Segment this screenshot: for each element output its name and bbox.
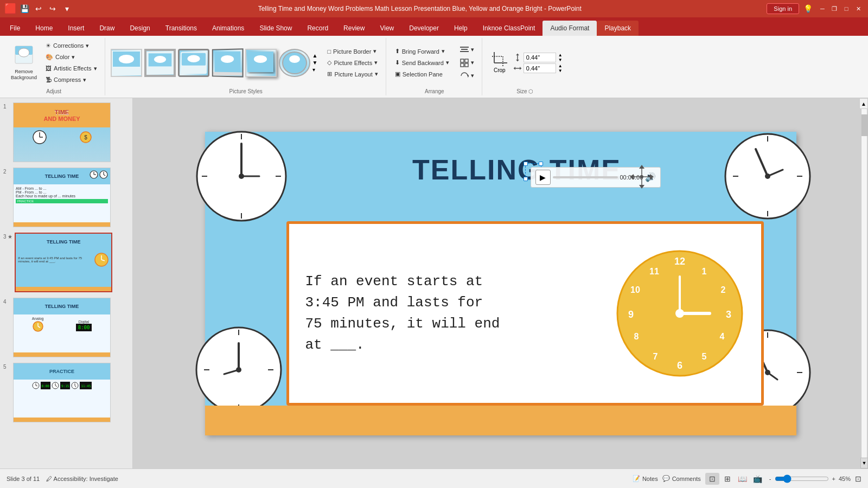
corrections-button[interactable]: ☀ Corrections ▾ [42, 41, 100, 51]
tab-slideshow[interactable]: Slide Show [252, 21, 299, 36]
slide-thumbnail-1[interactable]: 1 TIME AND MONEY $ [2, 101, 130, 163]
tab-record[interactable]: Record [299, 21, 336, 36]
slide-thumbnail-5[interactable]: 5 PRACTICE 8:00 9:15 11:45 [2, 362, 130, 423]
reading-view-button[interactable]: 📖 [736, 473, 750, 485]
tab-inknoe[interactable]: Inknoe ClassPoint [475, 21, 543, 36]
notes-section[interactable]: 📝 Notes [633, 475, 658, 482]
picture-style-5[interactable] [245, 49, 277, 77]
fit-slide-button[interactable]: ⊡ [855, 474, 861, 483]
styles-scroll-up[interactable]: ▲ [312, 53, 318, 59]
zoom-slider[interactable] [775, 474, 829, 483]
comments-section[interactable]: 💬 Comments [662, 475, 701, 482]
color-button[interactable]: 🎨 Color ▾ [42, 52, 100, 62]
tab-review[interactable]: Review [336, 21, 372, 36]
tab-transitions[interactable]: Transitions [158, 21, 205, 36]
undo-icon[interactable]: ↩ [33, 3, 44, 15]
size-expand-icon[interactable]: ⬡ [528, 88, 533, 94]
tab-view[interactable]: View [372, 21, 401, 36]
selection-handle-tr[interactable] [539, 162, 543, 166]
tab-insert[interactable]: Insert [60, 21, 92, 36]
svg-rect-6 [113, 67, 140, 74]
zoom-out-icon[interactable]: - [769, 476, 771, 482]
normal-view-button[interactable]: ⊡ [705, 473, 719, 485]
slide-thumbnail-4[interactable]: 4 TELLING TIME Analog Digital 8:00 [2, 297, 130, 358]
tab-home[interactable]: Home [28, 21, 60, 36]
artistic-dropdown-icon[interactable]: ▾ [94, 65, 97, 72]
height-down-arrow[interactable]: ▼ [558, 57, 563, 62]
tab-playback[interactable]: Playback [597, 21, 639, 36]
slide-thumbnail-3[interactable]: 3 ★ TELLING TIME If an event starts at 3… [2, 232, 130, 293]
picture-layout-dropdown[interactable]: ▾ [375, 70, 378, 78]
minimize-button[interactable]: ─ [817, 3, 828, 14]
slide-sorter-button[interactable]: ⊞ [720, 473, 735, 485]
compress-button[interactable]: 🗜 Compress ▾ [42, 75, 100, 85]
audio-play-button[interactable]: ▶ [535, 170, 551, 185]
remove-background-button[interactable]: RemoveBackground [8, 43, 40, 83]
selection-handle-bl[interactable] [524, 177, 528, 181]
scroll-down-arrow[interactable]: ▼ [860, 458, 868, 468]
selection-handle-tl[interactable] [524, 162, 528, 166]
rotate-button[interactable]: ▾ [457, 70, 477, 82]
bring-forward-dropdown[interactable]: ▾ [442, 48, 445, 55]
width-input[interactable] [524, 63, 556, 73]
tab-file[interactable]: File [2, 21, 28, 36]
slide-thumbnail-2[interactable]: 2 TELLING TIME AM - From ... to ... PM -… [2, 166, 130, 228]
tab-audio-format[interactable]: Audio Format [542, 21, 597, 36]
group-button[interactable]: ▾ [457, 57, 477, 69]
presenter-view-button[interactable]: 📺 [751, 473, 765, 485]
picture-style-4[interactable] [212, 48, 243, 77]
redo-icon[interactable]: ↪ [47, 3, 59, 15]
picture-border-button[interactable]: □ Picture Border ▾ [324, 46, 381, 56]
width-down-arrow[interactable]: ▼ [558, 68, 563, 73]
close-button[interactable]: ✕ [853, 3, 864, 14]
styles-more[interactable]: ▾ [312, 67, 318, 73]
tab-animations[interactable]: Animations [205, 21, 252, 36]
picture-style-3[interactable] [178, 49, 209, 77]
compress-dropdown-icon[interactable]: ▾ [83, 76, 86, 84]
picture-style-6[interactable] [279, 49, 310, 77]
tab-help[interactable]: Help [446, 21, 475, 36]
tab-draw[interactable]: Draw [92, 21, 122, 36]
width-up-arrow[interactable]: ▲ [558, 63, 563, 68]
rotate-dropdown[interactable]: ▾ [471, 72, 474, 79]
maximize-button[interactable]: □ [841, 3, 852, 14]
picture-effects-button[interactable]: ◇ Picture Effects ▾ [324, 57, 381, 68]
send-backward-dropdown[interactable]: ▾ [446, 59, 449, 66]
bring-forward-icon: ⬆ [395, 48, 400, 55]
corrections-dropdown-icon[interactable]: ▾ [86, 42, 89, 49]
restore-button[interactable]: ❐ [829, 3, 840, 14]
notes-button-status[interactable]: 🖊 Accessibility: Investigate [46, 476, 118, 482]
artistic-effects-button[interactable]: 🖼 Artistic Effects ▾ [42, 63, 100, 74]
send-backward-button[interactable]: ⬇ Send Backward ▾ [392, 57, 452, 68]
question-box: If an event starts at 3:45 PM and lasts … [286, 221, 764, 406]
align-button[interactable]: ▾ [457, 44, 477, 56]
group-dropdown[interactable]: ▾ [471, 59, 474, 66]
picture-style-1[interactable] [111, 49, 142, 77]
picture-border-dropdown[interactable]: ▾ [373, 48, 376, 55]
scroll-top-arrow[interactable]: ▲ [859, 98, 868, 109]
audio-progress-bar[interactable] [553, 176, 618, 178]
styles-scroll-down[interactable]: ▼ [312, 60, 318, 66]
bring-forward-button[interactable]: ⬆ Bring Forward ▾ [392, 46, 452, 56]
tab-developer[interactable]: Developer [401, 21, 446, 36]
sign-in-button[interactable]: Sign in [767, 3, 799, 14]
picture-layout-button[interactable]: ⊞ Picture Layout ▾ [324, 69, 381, 79]
picture-effects-dropdown[interactable]: ▾ [374, 59, 378, 66]
align-dropdown[interactable]: ▾ [471, 46, 474, 53]
lights-icon[interactable]: 💡 [803, 4, 813, 13]
window-controls[interactable]: ─ ❐ □ ✕ [817, 3, 864, 14]
vertical-scrollbar[interactable]: ▲ ▼ [860, 98, 868, 468]
color-dropdown-icon[interactable]: ▾ [72, 54, 75, 61]
zoom-in-icon[interactable]: + [832, 476, 835, 482]
scroll-thumb[interactable] [861, 114, 868, 136]
customize-icon[interactable]: ▾ [61, 3, 73, 15]
height-up-arrow[interactable]: ▲ [558, 53, 563, 57]
save-icon[interactable]: 💾 [18, 3, 30, 15]
width-spinner[interactable]: ▲ ▼ [558, 63, 563, 73]
height-spinner[interactable]: ▲ ▼ [558, 53, 563, 62]
tab-design[interactable]: Design [122, 21, 157, 36]
crop-button[interactable]: Crop [488, 50, 512, 75]
height-input[interactable] [524, 53, 556, 62]
selection-pane-button[interactable]: ▣ Selection Pane [392, 69, 452, 79]
picture-style-2[interactable] [144, 49, 176, 77]
